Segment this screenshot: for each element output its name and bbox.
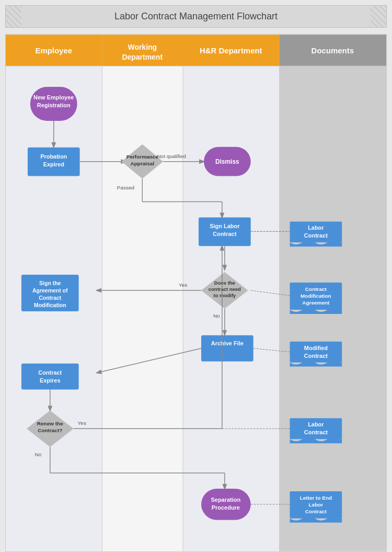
doc-contract-mod-label: Contract [305,286,327,292]
doc-contract-mod-label3: Agreement [302,300,330,306]
page-title: Labor Contract Management Flowchart [5,5,387,28]
doc-letter-label: Letter to End [300,495,332,501]
contract-modify-label3: to modify [214,292,236,298]
header-hr: H&R Department [200,46,262,55]
doc-labor-1-label: Labor [308,224,324,231]
title-text: Labor Contract Management Flowchart [114,11,278,21]
contract-modify-label2: contract need [209,286,241,292]
sign-agreement-label2: Agreement of [32,288,68,294]
flowchart-diagram: Employee Working Department H&R Departme… [5,34,387,552]
sign-labor-label2: Contract [213,231,236,237]
doc-letter-label3: Contract [305,509,327,514]
no1-label: No [213,313,220,319]
header-employee: Employee [35,46,72,55]
contract-modify-label: Does the [214,280,235,286]
doc-labor-1-label2: Contract [304,232,328,239]
performance-label2: Appraisal [131,161,155,166]
sign-agreement-label: Sign the [39,280,61,286]
doc-modified-label: Modified [304,345,328,351]
sign-agreement-label3: Contract [39,295,62,301]
contract-expires-label2: Expires [40,377,61,384]
new-employee-label: New Employee [33,94,74,100]
separation-label: Separation [211,497,241,503]
contract-expires-label: Contract [38,369,62,376]
doc-contract-mod-label2: Modification [301,293,331,299]
renew-label: Renew the [37,421,63,426]
svg-rect-1 [102,35,183,551]
performance-label: Performance [126,154,158,160]
new-employee-label2: Registration [37,102,71,108]
archive-shape [201,335,253,362]
header-working2: Department [122,53,163,61]
page: Labor Contract Management Flowchart Empl… [0,0,392,552]
renew-label2: Contract? [38,427,62,433]
doc-modified-label2: Contract [304,353,328,359]
probation-label: Probation [40,153,67,160]
no2-label: No [34,452,41,457]
doc-labor-2-label2: Contract [304,429,328,435]
dismiss-label: Dismiss [215,158,239,165]
header-working: Working [128,43,157,51]
header-docs: Documents [312,46,354,55]
doc-labor-2-label: Labor [308,421,324,427]
not-qualified-label: Not qualified [157,153,186,159]
passed-label: Passed [117,185,134,190]
separation-label2: Procedure [212,504,240,511]
yes1-label: Yes [179,282,187,288]
archive-label: Archive File [211,340,244,346]
yes2-label: Yes [78,420,86,426]
sign-agreement-label4: Modification [34,302,66,308]
probation-label2: Expired [43,161,64,167]
doc-letter-label2: Labor [309,502,324,508]
sign-labor-label: Sign Labor [210,223,240,229]
